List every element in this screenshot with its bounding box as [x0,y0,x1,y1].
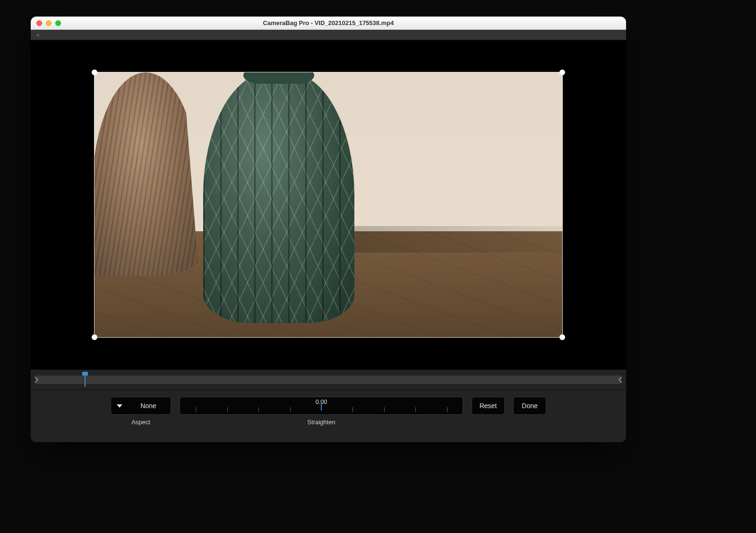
minimize-window-button[interactable] [46,20,52,26]
preview-area [31,40,626,369]
aspect-label: Aspect [131,419,150,426]
fullscreen-window-button[interactable] [55,20,61,26]
crop-handle-bottom-right[interactable] [559,334,565,340]
video-frame [94,72,562,337]
crop-controls: None Aspect 0.00 [31,390,626,442]
crop-handle-top-right[interactable] [559,70,565,75]
app-window: CameraBag Pro - VID_20210215_175538.mp4 … [31,17,626,442]
chevron-right-icon[interactable] [34,374,39,386]
straighten-center-marker [321,402,322,411]
aspect-dropdown[interactable]: None [111,397,171,415]
crop-handle-top-left[interactable] [92,70,97,75]
done-button[interactable]: Done [513,397,546,415]
aspect-selected-value: None [132,402,165,410]
aspect-control: None Aspect [111,397,171,426]
chevron-down-icon [117,404,122,408]
timeline[interactable] [31,369,626,390]
reset-col: Reset [472,397,505,415]
traffic-lights [36,20,61,26]
plus-icon[interactable]: + [34,32,41,38]
crop-frame[interactable] [94,72,562,337]
done-col: Done [513,397,546,415]
straighten-control: 0.00 Straighten [180,397,463,426]
timeline-playhead[interactable] [82,372,88,386]
chevron-left-icon[interactable] [618,374,623,386]
straighten-slider[interactable]: 0.00 [180,397,463,415]
tabstrip: + [31,30,626,40]
straighten-ticks [180,405,463,412]
crop-handle-bottom-left[interactable] [92,334,97,340]
straighten-label: Straighten [307,419,335,426]
window-title: CameraBag Pro - VID_20210215_175538.mp4 [31,19,626,26]
titlebar: CameraBag Pro - VID_20210215_175538.mp4 [31,17,626,30]
reset-button[interactable]: Reset [472,397,505,415]
timeline-track[interactable] [35,376,621,384]
close-window-button[interactable] [36,20,42,26]
